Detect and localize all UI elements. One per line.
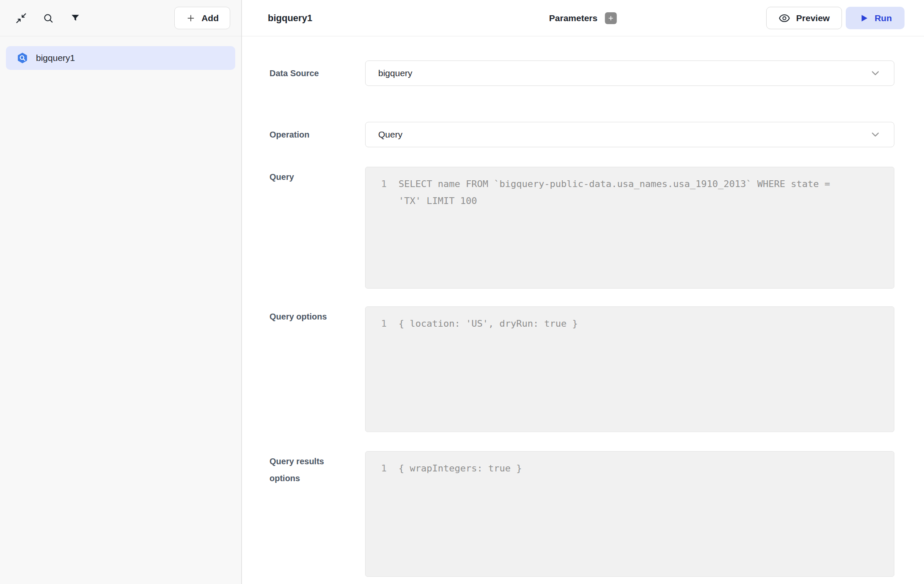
list-item-label: bigquery1 xyxy=(36,53,75,63)
plus-icon xyxy=(186,13,196,23)
query-options-editor[interactable]: 1 { location: 'US', dryRun: true } xyxy=(365,306,894,432)
eye-icon xyxy=(778,12,790,24)
query-options-placeholder-text: { location: 'US', dryRun: true } xyxy=(399,315,894,332)
line-number: 1 xyxy=(366,460,387,477)
query-list: bigquery1 xyxy=(0,36,241,80)
bigquery-icon xyxy=(16,52,29,64)
query-placeholder-text: SELECT name FROM `bigquery-public-data.u… xyxy=(399,176,894,209)
add-query-button[interactable]: Add xyxy=(174,7,230,29)
query-form: Data Source bigquery Operation Query xyxy=(242,36,924,584)
sidebar-toolbar: Add xyxy=(0,0,241,36)
list-item-bigquery1[interactable]: bigquery1 xyxy=(6,46,235,70)
query-results-options-placeholder-text: { wrapIntegers: true } xyxy=(399,460,894,477)
add-button-label: Add xyxy=(201,13,219,23)
query-results-options-editor[interactable]: 1 { wrapIntegers: true } xyxy=(365,451,894,577)
add-parameter-button[interactable] xyxy=(605,12,617,24)
preview-button-label: Preview xyxy=(796,13,830,23)
parameters-label: Parameters xyxy=(549,13,597,23)
data-source-select[interactable]: bigquery xyxy=(365,61,894,86)
run-button-label: Run xyxy=(874,13,892,23)
play-icon xyxy=(858,13,869,24)
sidebar: Add bigquery1 xyxy=(0,0,242,584)
operation-value: Query xyxy=(378,129,402,140)
header-actions: Preview Run xyxy=(766,7,905,29)
plus-badge-icon xyxy=(607,14,615,22)
data-source-label: Data Source xyxy=(270,65,341,82)
main-panel: bigquery1 Parameters xyxy=(242,0,924,584)
query-code-editor[interactable]: 1 SELECT name FROM `bigquery-public-data… xyxy=(365,167,894,289)
data-source-row: Data Source bigquery xyxy=(270,61,924,86)
query-results-options-label: Query results options xyxy=(270,453,341,487)
query-results-options-row: Query results options 1 { wrapIntegers: … xyxy=(270,451,924,577)
search-icon[interactable] xyxy=(42,12,54,24)
main-header: bigquery1 Parameters xyxy=(242,0,924,36)
query-label: Query xyxy=(270,168,341,185)
chevron-down-icon xyxy=(869,129,881,140)
line-number: 1 xyxy=(366,176,387,193)
query-row: Query 1 SELECT name FROM `bigquery-publi… xyxy=(270,167,924,289)
line-number: 1 xyxy=(366,315,387,332)
operation-select[interactable]: Query xyxy=(365,122,894,147)
page-title: bigquery1 xyxy=(268,13,312,24)
filter-icon[interactable] xyxy=(69,12,81,24)
parameters-tab[interactable]: Parameters xyxy=(549,12,617,24)
app-root: Add bigquery1 bigquery1 Parameters xyxy=(0,0,924,584)
operation-row: Operation Query xyxy=(270,122,924,147)
data-source-value: bigquery xyxy=(378,68,412,78)
chevron-down-icon xyxy=(869,67,881,79)
preview-button[interactable]: Preview xyxy=(766,7,842,29)
operation-label: Operation xyxy=(270,126,341,143)
query-options-row: Query options 1 { location: 'US', dryRun… xyxy=(270,306,924,432)
run-button[interactable]: Run xyxy=(846,7,905,29)
collapse-panel-icon[interactable] xyxy=(15,12,27,24)
query-options-label: Query options xyxy=(270,308,341,325)
